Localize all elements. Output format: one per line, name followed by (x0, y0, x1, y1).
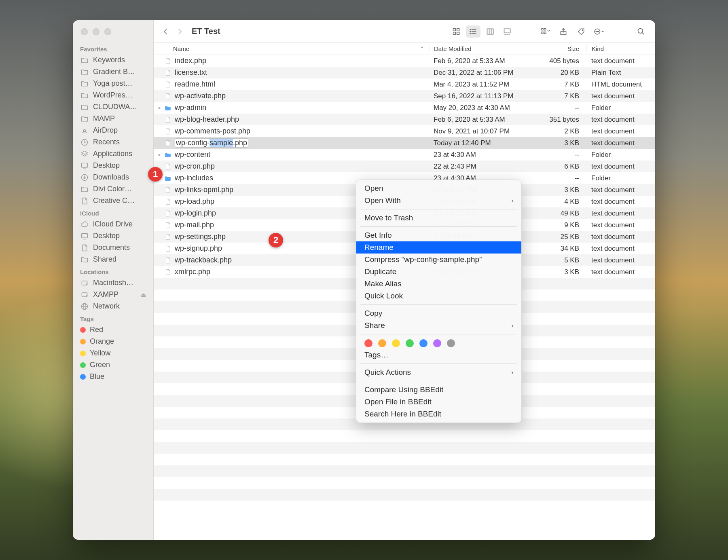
menu-item-label: Duplicate (364, 267, 396, 276)
menu-item[interactable]: Compress “wp-config-sample.php” (356, 254, 521, 266)
tag-swatch[interactable] (364, 339, 372, 347)
tag-dot-icon (80, 327, 86, 333)
menu-item[interactable]: Share› (356, 319, 521, 332)
search-button[interactable] (634, 25, 648, 38)
close-dot[interactable] (81, 28, 88, 35)
tag-swatch[interactable] (433, 339, 441, 347)
file-row[interactable]: wp-cron.php22 at 2:43 PM6 KBtext documen… (154, 161, 655, 172)
sidebar-item[interactable]: Green (73, 359, 153, 371)
disclosure-triangle[interactable]: ▸ (156, 152, 163, 157)
sidebar-item[interactable]: XAMPP⏏ (73, 289, 153, 300)
menu-item[interactable]: Search Here in BBEdit (356, 408, 521, 420)
forward-button[interactable] (175, 27, 184, 36)
tag-swatch[interactable] (447, 339, 455, 347)
svg-point-42 (638, 28, 643, 33)
sidebar-item-label: Documents (93, 243, 146, 252)
file-row[interactable]: ▸wp-content23 at 4:30 AM--Folder (154, 149, 655, 161)
tag-swatch[interactable] (392, 339, 400, 347)
sidebar-item[interactable]: Blue (73, 371, 153, 382)
tag-swatch[interactable] (378, 339, 386, 347)
menu-item[interactable]: Quick Look (356, 290, 521, 302)
sidebar-item[interactable]: AirDrop (73, 125, 153, 136)
menu-item[interactable]: Open File in BBEdit (356, 396, 521, 408)
menu-separator (360, 209, 517, 209)
menu-item[interactable]: Rename (356, 241, 521, 254)
file-row[interactable]: wp-blog-header.phpFeb 6, 2020 at 5:33 AM… (154, 114, 655, 125)
file-row[interactable]: wp-config-sample.phpToday at 12:40 PM3 K… (154, 137, 655, 149)
menu-item[interactable]: Compare Using BBEdit (356, 384, 521, 396)
sidebar-item[interactable]: Yellow (73, 347, 153, 359)
sidebar-item[interactable]: Recents (73, 136, 153, 148)
back-button[interactable] (161, 27, 171, 36)
tag-swatch[interactable] (419, 339, 427, 347)
svg-rect-2 (82, 163, 88, 167)
col-header-name[interactable]: Name ⌃ (154, 45, 430, 52)
sidebar-item[interactable]: Desktop (73, 160, 153, 171)
gallery-view-button[interactable] (500, 25, 514, 38)
sidebar-item[interactable]: Applications (73, 148, 153, 160)
menu-item[interactable]: Open (356, 182, 521, 194)
empty-row (154, 430, 655, 442)
file-kind: text document (586, 256, 655, 264)
empty-row (154, 454, 655, 465)
menu-item[interactable]: Tags… (356, 349, 521, 361)
sidebar-item[interactable]: CLOUDWA… (73, 101, 153, 113)
sidebar-item[interactable]: Network (73, 300, 153, 312)
zoom-dot[interactable] (104, 28, 111, 35)
file-kind: text document (586, 92, 655, 100)
file-name: wp-activate.php (175, 92, 430, 100)
sidebar-item[interactable]: Downloads (73, 171, 153, 183)
tag-swatch[interactable] (406, 339, 414, 347)
menu-item[interactable]: Move to Trash (356, 212, 521, 224)
menu-item[interactable]: Duplicate (356, 266, 521, 278)
file-row[interactable]: index.phpFeb 6, 2020 at 5:33 AM405 bytes… (154, 55, 655, 67)
menu-item[interactable]: Get Info (356, 229, 521, 241)
file-row[interactable]: readme.htmlMar 4, 2023 at 11:52 PM7 KBHT… (154, 78, 655, 90)
column-view-button[interactable] (483, 25, 497, 38)
tags-button[interactable] (574, 25, 588, 38)
action-button[interactable] (592, 25, 606, 38)
sidebar-item[interactable]: Divi Color… (73, 183, 153, 195)
col-header-kind[interactable]: Kind (586, 45, 655, 52)
sidebar-item-label: WordPres… (93, 91, 146, 99)
minimize-dot[interactable] (93, 28, 99, 35)
col-header-date[interactable]: Date Modified (430, 45, 534, 52)
sidebar-item[interactable]: Documents (73, 242, 153, 254)
sidebar-item[interactable]: Yoga post… (73, 78, 153, 89)
sidebar-item[interactable]: Shared (73, 254, 153, 265)
sidebar: FavoritesKeywordsGradient B…Yoga post…Wo… (73, 20, 154, 540)
share-button[interactable] (557, 25, 570, 38)
sidebar-item[interactable]: Gradient B… (73, 66, 153, 78)
list-view-button[interactable] (466, 25, 480, 38)
sidebar-item[interactable]: MAMP (73, 113, 153, 125)
file-row[interactable]: wp-activate.phpSep 16, 2022 at 11:13 PM7… (154, 90, 655, 102)
menu-item[interactable]: Open With› (356, 194, 521, 207)
rename-input[interactable]: wp-config-sample.php (175, 138, 248, 148)
sidebar-item-label: Divi Color… (93, 185, 146, 193)
col-header-size[interactable]: Size (534, 45, 586, 52)
eject-icon[interactable]: ⏏ (141, 292, 146, 298)
group-button[interactable] (539, 25, 552, 38)
file-size: 20 KB (534, 69, 586, 77)
menu-item-label: Compress “wp-config-sample.php” (364, 255, 482, 264)
file-kind: text document (586, 245, 655, 253)
file-size: 3 KB (534, 268, 586, 276)
sidebar-item[interactable]: Orange (73, 336, 153, 347)
file-row[interactable]: license.txtDec 31, 2022 at 11:06 PM20 KB… (154, 67, 655, 78)
sidebar-item[interactable]: Red (73, 324, 153, 336)
sidebar-item[interactable]: Desktop (73, 230, 153, 242)
file-date: Nov 9, 2021 at 10:07 PM (430, 127, 534, 135)
sidebar-item[interactable]: iCloud Drive (73, 218, 153, 230)
menu-item[interactable]: Copy (356, 307, 521, 319)
menu-item[interactable]: Quick Actions› (356, 366, 521, 378)
sidebar-item-label: Yoga post… (93, 79, 146, 88)
file-row[interactable]: wp-comments-post.phpNov 9, 2021 at 10:07… (154, 125, 655, 137)
sidebar-item[interactable]: Creative C… (73, 195, 153, 207)
disclosure-triangle[interactable]: ▸ (156, 105, 163, 110)
sidebar-item[interactable]: WordPres… (73, 89, 153, 101)
sidebar-item[interactable]: Macintosh… (73, 277, 153, 289)
sidebar-item[interactable]: Keywords (73, 54, 153, 66)
file-row[interactable]: ▸wp-adminMay 20, 2023 at 4:30 AM--Folder (154, 102, 655, 114)
menu-item[interactable]: Make Alias (356, 278, 521, 290)
icon-view-button[interactable] (449, 25, 463, 38)
